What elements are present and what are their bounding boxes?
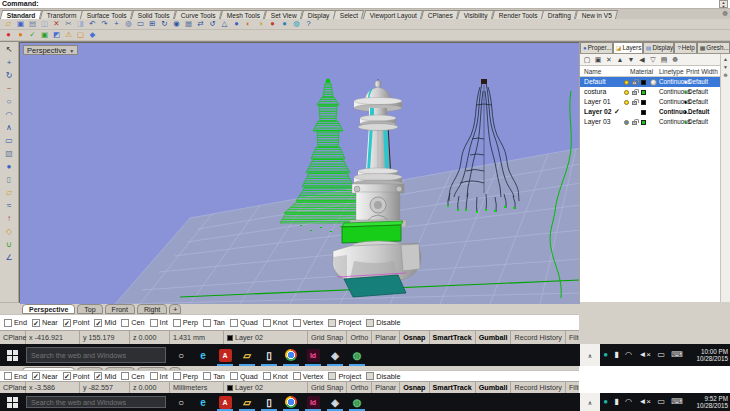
osnap-tan[interactable]: Tan [203, 372, 225, 381]
osnap-checkbox[interactable] [203, 319, 211, 327]
action-center-icon[interactable]: ▭ [657, 398, 665, 406]
status-cplane[interactable]: CPlane [0, 331, 26, 344]
move-icon[interactable]: ⇄ [195, 19, 206, 29]
paste-icon[interactable]: ◨ [75, 19, 86, 29]
collapse-icon[interactable]: ◀ [637, 55, 647, 65]
column-material[interactable]: Material [630, 68, 653, 75]
print-icon[interactable]: ▤ [27, 19, 38, 29]
status-grid-snap[interactable]: Grid Snap [308, 382, 347, 393]
new-sublayer-icon[interactable]: ▣ [593, 55, 603, 65]
osnap-cen[interactable]: Cen [121, 318, 144, 327]
osnap-checkbox[interactable] [328, 372, 336, 380]
shaded-view-icon[interactable]: ● [231, 19, 242, 29]
status-record-history[interactable]: Record History [511, 331, 566, 344]
volume-muted-icon[interactable]: ◄× [638, 398, 651, 406]
rhino-app-icon[interactable]: ◈ [324, 393, 346, 411]
viewport-tab-front[interactable]: Front [105, 304, 135, 314]
filter-icon[interactable]: ▽ [648, 55, 658, 65]
viewport-menu-chevron-icon[interactable]: ▼ [69, 47, 74, 56]
acrobat-icon[interactable]: A [214, 344, 236, 366]
osnap-quad[interactable]: Quad [230, 372, 258, 381]
new-layer-icon[interactable]: ▢ [582, 55, 592, 65]
osnap-checkbox[interactable] [366, 372, 374, 380]
layer-color-swatch[interactable] [641, 80, 646, 85]
osnap-checkbox[interactable] [328, 319, 336, 327]
task-view-icon[interactable]: ○ [170, 393, 192, 411]
settings-gear-icon[interactable]: ☸ [670, 55, 680, 65]
rectangle-tool-icon[interactable]: ▭ [3, 135, 16, 147]
scroll-up-icon[interactable]: ▲ [723, 56, 728, 62]
layer-row-default[interactable]: DefaultContinuous♦Default [580, 77, 730, 87]
keyboard-icon[interactable]: ⌨ [671, 351, 683, 359]
panel-tab-help[interactable]: ?Help [674, 42, 696, 53]
command-history-spinner[interactable]: ▲▼ [719, 0, 728, 8]
show-hidden-icons-button[interactable]: ∧ [580, 344, 600, 366]
status-filter[interactable]: Filter [566, 382, 579, 393]
menu-tab-solid-tools[interactable]: Solid Tools [131, 10, 176, 19]
layer-visibility-bulb-icon[interactable] [624, 90, 629, 95]
layer-row-layer-01[interactable]: Layer 01Continuous♦Default [580, 97, 730, 107]
osnap-perp[interactable]: Perp [173, 372, 198, 381]
osnap-disable[interactable]: Disable [366, 318, 400, 327]
viewport-3d-scene[interactable] [20, 43, 580, 304]
osnap-checkbox[interactable]: ✓ [32, 319, 40, 327]
osnap-checkbox[interactable] [263, 319, 271, 327]
osnap-end[interactable]: End [4, 372, 27, 381]
osnap-checkbox[interactable] [230, 319, 238, 327]
rotate-tool-icon[interactable]: ↻ [3, 70, 16, 82]
osnap-checkbox[interactable] [366, 319, 374, 327]
windows-store-icon[interactable]: ▯ [258, 344, 280, 366]
menu-tab-display[interactable]: Display [301, 10, 336, 19]
layer-lock-icon[interactable] [632, 91, 637, 95]
viewport-tab-perspective[interactable]: Perspective [22, 367, 75, 370]
panel-tab-properties[interactable]: ●Proper... [580, 42, 613, 53]
status-gumball[interactable]: Gumball [476, 382, 512, 393]
action-center-icon[interactable]: ▭ [657, 351, 665, 359]
layer-row-layer-02[interactable]: Layer 02✓Continuo...♦Default [580, 107, 730, 117]
zoom-dynamic-icon[interactable]: ◎ [123, 19, 134, 29]
panel-gear-icon[interactable]: ☸ [723, 72, 727, 78]
polyline-tool-icon[interactable]: ∧ [3, 122, 16, 134]
osnap-end[interactable]: End [4, 318, 27, 327]
redo-icon[interactable]: ↷ [99, 19, 110, 29]
status-osnap[interactable]: Osnap [400, 331, 429, 344]
osnap-quad[interactable]: Quad [230, 318, 258, 327]
osnap-checkbox[interactable]: ✓ [94, 372, 102, 380]
help-icon[interactable]: ? [303, 19, 314, 29]
viewport-tab-perspective[interactable]: Perspective [22, 304, 75, 314]
osnap-checkbox[interactable] [150, 372, 158, 380]
status-ortho[interactable]: Ortho [347, 382, 372, 393]
osnap-checkbox[interactable]: ✓ [32, 372, 40, 380]
osnap-point[interactable]: ✓Point [63, 318, 90, 327]
menu-tab-standard[interactable]: Standard [0, 10, 42, 19]
osnap-checkbox[interactable] [230, 372, 238, 380]
render-orange-ball-icon[interactable]: ● [15, 30, 26, 40]
layer-color-swatch[interactable] [641, 100, 646, 105]
status-cplane[interactable]: CPlane [0, 382, 26, 393]
menu-tab-select[interactable]: Select [333, 10, 365, 19]
menu-tab-cplanes[interactable]: CPlanes [421, 10, 459, 19]
panel-tab-layers[interactable]: ◪Layers [613, 42, 643, 53]
viewport-tab-top[interactable]: Top [77, 367, 102, 370]
delete-layer-icon[interactable]: ✕ [604, 55, 614, 65]
status-ortho[interactable]: Ortho [347, 331, 372, 344]
wifi-icon[interactable]: ◠ [625, 351, 632, 359]
join-tool-icon[interactable]: ∪ [3, 239, 16, 251]
osnap-checkbox[interactable]: ✓ [63, 319, 71, 327]
teal-app-icon[interactable]: ● [603, 351, 608, 359]
extrude-tool-icon[interactable]: ↑ [3, 213, 16, 225]
osnap-tan[interactable]: Tan [203, 318, 225, 327]
loft-tool-icon[interactable]: ≈ [3, 200, 16, 212]
box-green-icon[interactable]: ▣ [39, 30, 50, 40]
battery-icon[interactable]: ▮ [614, 398, 618, 406]
surface-tool-icon[interactable]: ▱ [3, 187, 16, 199]
analyze-tool-icon[interactable]: ∠ [3, 252, 16, 264]
viewport-tab-top[interactable]: Top [77, 304, 102, 314]
viewport-tab-right[interactable]: Right [137, 304, 167, 314]
status-layer-02[interactable]: Layer 02 [224, 382, 308, 393]
menu-tab-viewport-layout[interactable]: Viewport Layout [363, 10, 423, 19]
layer-visibility-bulb-icon[interactable] [624, 100, 629, 105]
osnap-vertex[interactable]: Vertex [293, 318, 324, 327]
taskbar-search-input-2[interactable] [26, 396, 166, 408]
layer-lock-icon[interactable] [632, 81, 637, 85]
